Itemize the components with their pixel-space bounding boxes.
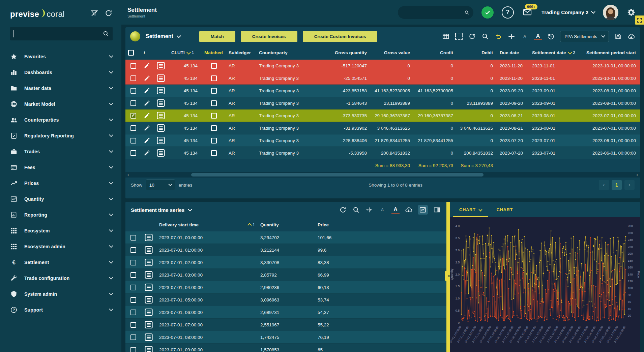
refresh-icon[interactable] — [468, 32, 476, 40]
row-checkbox[interactable] — [130, 297, 136, 303]
match-button[interactable]: Match — [199, 31, 235, 42]
global-search-input[interactable] — [402, 9, 464, 15]
settlement-panel-title[interactable]: Settlement — [146, 33, 180, 39]
column-header-debit[interactable]: Debit — [457, 50, 497, 55]
column-header-cluti[interactable]: CLUTI 1 — [169, 50, 202, 55]
page-number-button[interactable]: 1 — [612, 180, 622, 190]
table-row[interactable]: 2023-07-01, 02:00:00 3,330708 83,38 — [125, 256, 446, 269]
column-header-period-start[interactable]: Settlement period start — [574, 50, 640, 55]
sidebar-item[interactable]: Counterparties — [0, 112, 121, 128]
table-row[interactable]: 2023-07-01, 08:00:00 1,742475 76,19 — [125, 331, 446, 344]
matched-checkbox[interactable] — [211, 138, 217, 143]
multi-select-icon[interactable] — [455, 32, 463, 40]
sidebar-item[interactable]: Trade configuration — [0, 270, 121, 286]
gear-icon[interactable] — [626, 8, 636, 17]
matched-checkbox[interactable] — [211, 88, 217, 94]
timeseries-title[interactable]: Settlement time series — [131, 207, 192, 213]
table-row[interactable]: 2023-07-01, 07:00:00 2,551967 55,22 — [125, 319, 446, 331]
avatar[interactable] — [603, 5, 618, 20]
table-row[interactable]: 45 134 AR Trading Company 3 -5,33958 200… — [125, 147, 640, 159]
sidebar-item[interactable]: Trades — [0, 143, 121, 159]
chart[interactable]: 00.51.01.52.02.53.03.54.0204060801001201… — [450, 217, 640, 352]
matched-checkbox[interactable] — [211, 150, 217, 156]
column-header-settlement-date[interactable]: Settlement date 2 — [529, 50, 574, 55]
filter-off-icon[interactable] — [90, 9, 98, 17]
sidebar-item[interactable]: Quantity — [0, 191, 121, 207]
search-icon[interactable] — [481, 32, 489, 40]
table-row[interactable]: 45 134 AR Trading Company 3 -423,853158 … — [125, 85, 640, 97]
table-row[interactable]: 45 134 AR Trading Company 3 -25,054571 0… — [125, 72, 640, 85]
panel-splitter[interactable]: ⇥ — [446, 202, 450, 352]
row-checkbox[interactable] — [130, 260, 136, 265]
sidebar-item[interactable]: Dashboards — [0, 64, 121, 80]
row-checkbox[interactable] — [130, 334, 136, 340]
row-checkbox[interactable] — [130, 235, 136, 241]
layout-columns-icon[interactable] — [433, 206, 441, 214]
prev-page-button[interactable]: ‹ — [599, 180, 609, 190]
search-icon[interactable] — [103, 30, 109, 37]
table-row[interactable]: 45 134 AR Trading Company 3 -1,584643 23… — [125, 97, 640, 109]
column-header-credit[interactable]: Credit — [414, 50, 457, 55]
tab-chart-2[interactable]: CHART — [491, 204, 519, 217]
table-row[interactable]: 45 134 AR Trading Company 3 -228,638406 … — [125, 134, 640, 147]
sidebar-item[interactable]: Reporting — [0, 207, 121, 223]
column-header-quantity[interactable]: Quantity — [258, 222, 315, 227]
sidebar-item[interactable]: Support — [0, 302, 121, 318]
column-header-price[interactable]: Price — [315, 222, 446, 227]
row-checkbox[interactable] — [130, 247, 136, 253]
fit-columns-icon[interactable] — [365, 206, 373, 214]
matched-checkbox[interactable] — [211, 63, 217, 69]
tab-chart-1[interactable]: CHART — [453, 204, 488, 217]
create-custom-invoices-button[interactable]: Create Custom Invoices — [303, 31, 378, 42]
mail-icon[interactable]: 999+ — [522, 7, 533, 18]
sidebar-search-input[interactable] — [13, 30, 103, 37]
row-checkbox[interactable] — [130, 113, 136, 119]
column-header-delivery-start[interactable]: Delivery start time 1 — [156, 222, 258, 227]
select-all-checkbox[interactable] — [128, 50, 134, 56]
table-row[interactable]: 2023-07-01, 00:00:00 3,294702 101,66 — [125, 231, 446, 244]
row-checkbox[interactable] — [130, 150, 136, 156]
refresh-icon[interactable] — [105, 9, 113, 17]
column-header-counterparty[interactable]: Counterparty — [256, 50, 323, 55]
search-icon[interactable] — [352, 206, 360, 214]
column-header-due-date[interactable]: Due date — [497, 50, 529, 55]
sidebar-item[interactable]: Fees — [0, 159, 121, 175]
table-row[interactable]: 2023-07-01, 09:00:00 1,570853 65 — [125, 344, 446, 352]
create-invoices-button[interactable]: Create Invoices — [241, 31, 297, 42]
sidebar-item[interactable]: Master data — [0, 80, 121, 96]
sidebar-item[interactable]: Settlement — [0, 254, 121, 270]
fit-columns-icon[interactable] — [507, 32, 516, 40]
undo-icon[interactable] — [494, 32, 502, 40]
font-decrease-icon[interactable]: A — [378, 206, 386, 214]
font-size-icon[interactable]: A — [391, 206, 400, 214]
row-checkbox[interactable] — [130, 125, 136, 131]
refresh-icon[interactable] — [339, 206, 347, 214]
row-checkbox[interactable] — [130, 138, 136, 143]
row-checkbox[interactable] — [130, 88, 136, 94]
row-checkbox[interactable] — [130, 322, 136, 328]
column-header-gross-quantity[interactable]: Gross quantity — [323, 50, 371, 55]
matched-checkbox[interactable] — [211, 113, 217, 119]
next-page-button[interactable]: › — [624, 180, 635, 190]
row-checkbox[interactable] — [130, 75, 136, 81]
table-row[interactable]: 2023-07-01, 01:00:00 3,212144 99,6 — [125, 244, 446, 256]
row-checkbox[interactable] — [130, 285, 136, 290]
scroll-left-arrow[interactable]: ‹ — [125, 172, 131, 177]
table-row[interactable]: 45 134 AR Trading Company 3 -31,933902 3… — [125, 122, 640, 134]
cloud-download-icon[interactable] — [405, 206, 413, 214]
sidebar-item[interactable]: Favorites — [0, 49, 121, 64]
row-checkbox[interactable] — [130, 347, 136, 352]
table-columns-icon[interactable] — [442, 32, 450, 40]
details-list-icon[interactable] — [144, 324, 154, 352]
matched-checkbox[interactable] — [211, 100, 217, 106]
row-checkbox[interactable] — [130, 63, 136, 69]
scrollbar-track[interactable] — [131, 173, 635, 177]
scroll-right-arrow[interactable]: › — [635, 172, 640, 177]
table-row[interactable]: 2023-07-01, 05:00:00 3,096963 53,74 — [125, 294, 446, 306]
history-icon[interactable] — [547, 32, 555, 40]
sidebar-item[interactable]: Ecosystem — [0, 223, 121, 238]
status-ok-icon[interactable] — [481, 6, 494, 19]
table-row[interactable]: 2023-07-01, 06:00:00 2,689731 54,37 — [125, 306, 446, 319]
help-icon[interactable]: ? — [502, 6, 514, 19]
sidebar-item[interactable]: Regulatory Reporting — [0, 128, 121, 143]
